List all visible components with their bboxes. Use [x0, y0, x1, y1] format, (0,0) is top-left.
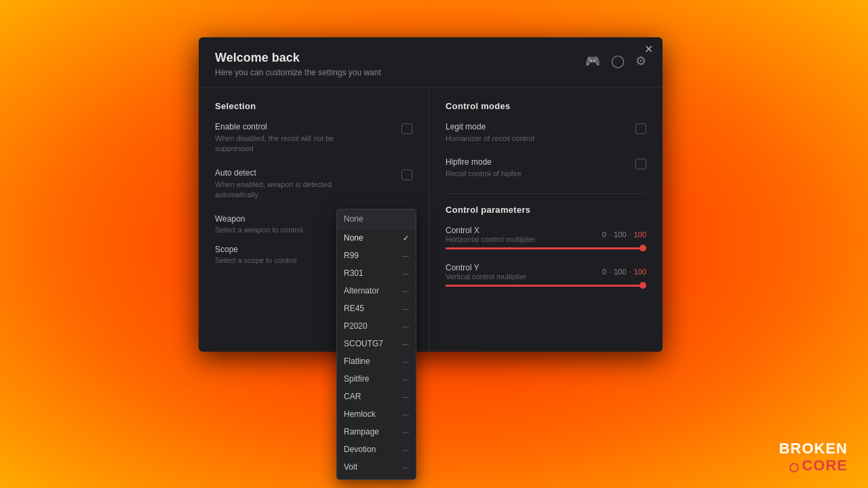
weapon-option-r301[interactable]: R301—	[337, 264, 416, 282]
control-y-label: Control Y	[446, 263, 526, 272]
legit-mode-checkbox[interactable]	[635, 123, 646, 134]
hipfire-mode-desc: Recoil control of hipfire	[446, 169, 521, 179]
control-y-fill	[446, 285, 646, 287]
weapon-option-label: R301	[344, 268, 363, 278]
weapon-option-re45[interactable]: RE45—	[337, 300, 416, 317]
control-x-fill	[446, 247, 646, 249]
control-y-slider[interactable]	[446, 285, 646, 287]
weapon-icon: —	[402, 323, 409, 330]
gamepad-icon[interactable]: 🎮	[585, 54, 600, 68]
weapon-option-label: Rampage	[344, 427, 379, 436]
control-y-param: Control Y Vertical control multiplier 0 …	[446, 263, 646, 287]
weapon-option-label: Spitfire	[344, 374, 369, 384]
weapon-icon: —	[402, 305, 409, 312]
weapon-option-label: None	[344, 233, 363, 243]
weapon-option-havoc[interactable]: Havoc—	[337, 476, 416, 480]
enable-control-row: Enable control When disabled, the recoil…	[215, 122, 412, 155]
weapon-option-spitfire[interactable]: Spitfire—	[337, 370, 416, 388]
weapon-option-flatline[interactable]: Flatline—	[337, 352, 416, 370]
modal-title: Welcome back	[215, 51, 381, 65]
brand-watermark: BROKEN CORE	[779, 441, 848, 474]
modal-header-icons: 🎮 ◯ ⚙	[585, 54, 646, 68]
enable-control-label: Enable control	[215, 122, 364, 131]
weapon-option-none[interactable]: None✓	[337, 229, 416, 247]
control-x-header: Control X Horizontal control multiplier …	[446, 226, 646, 243]
control-x-info: Control X Horizontal control multiplier	[446, 226, 536, 243]
weapon-option-hemlock[interactable]: Hemlock—	[337, 405, 416, 423]
weapon-option-label: CAR	[344, 392, 361, 401]
weapon-icon: —	[402, 252, 409, 260]
auto-detect-desc: When enabled, weapon is detected automat…	[215, 180, 364, 201]
auto-detect-label: Auto detect	[215, 168, 364, 178]
control-modes-title: Control modes	[446, 101, 646, 111]
hipfire-mode-info: Hipfire mode Recoil control of hipfire	[446, 157, 521, 179]
weapon-icon: —	[402, 375, 409, 383]
hipfire-mode-label: Hipfire mode	[446, 157, 521, 167]
weapon-option-devotion[interactable]: Devotion—	[337, 441, 416, 458]
weapon-option-label: SCOUTG7	[344, 339, 383, 348]
weapon-option-label: Hemlock	[344, 409, 376, 419]
control-y-mid: 100	[614, 268, 626, 276]
weapon-option-rampage[interactable]: Rampage—	[337, 423, 416, 441]
control-x-slider[interactable]	[446, 247, 646, 249]
modal-title-block: Welcome back Here you can customize the …	[215, 51, 381, 77]
weapon-icon: —	[402, 428, 409, 436]
weapon-option-alternator[interactable]: Alternator—	[337, 282, 416, 300]
weapon-option-label: Alternator	[344, 286, 379, 296]
control-x-label: Control X	[446, 226, 536, 235]
weapon-option-car[interactable]: CAR—	[337, 388, 416, 405]
modal-body: Selection Enable control When disabled, …	[199, 87, 663, 352]
legit-mode-info: Legit mode Humanizer of recoil control	[446, 122, 534, 144]
legit-mode-desc: Humanizer of recoil control	[446, 134, 534, 144]
control-y-info: Control Y Vertical control multiplier	[446, 263, 526, 281]
weapon-option-volt[interactable]: Volt—	[337, 458, 416, 476]
hipfire-mode-checkbox[interactable]	[635, 159, 646, 169]
enable-control-info: Enable control When disabled, the recoil…	[215, 122, 364, 155]
weapon-option-label: Flatline	[344, 357, 370, 366]
weapon-icon: —	[402, 358, 409, 365]
weapon-icon: —	[402, 464, 409, 471]
hipfire-mode-row: Hipfire mode Recoil control of hipfire	[446, 157, 646, 179]
auto-detect-row: Auto detect When enabled, weapon is dete…	[215, 168, 412, 201]
weapon-option-label: RE45	[344, 304, 364, 313]
weapon-icon: —	[402, 287, 409, 295]
weapon-icon: —	[402, 340, 409, 348]
enable-control-checkbox[interactable]	[401, 123, 412, 134]
control-x-param: Control X Horizontal control multiplier …	[446, 226, 646, 249]
brand-line2: CORE	[779, 457, 848, 474]
check-icon: ✓	[403, 234, 409, 243]
weapon-dropdown-menu[interactable]: None None✓R99—R301—Alternator—RE45—P2020…	[336, 209, 416, 480]
weapon-option-r99[interactable]: R99—	[337, 247, 416, 264]
control-y-values: 0 · 100 · 100	[602, 268, 646, 276]
control-x-values: 0 · 100 · 100	[602, 230, 646, 239]
weapon-option-label: Volt	[344, 462, 357, 472]
control-x-mid: 100	[614, 230, 626, 239]
control-y-thumb[interactable]	[639, 282, 646, 289]
legit-mode-label: Legit mode	[446, 122, 534, 131]
close-button[interactable]: ✕	[644, 44, 653, 55]
gear-icon[interactable]: ⚙	[635, 54, 646, 68]
dropdown-header: None	[337, 209, 416, 229]
control-y-header: Control Y Vertical control multiplier 0 …	[446, 263, 646, 281]
weapon-option-p2020[interactable]: P2020—	[337, 317, 416, 335]
legit-mode-row: Legit mode Humanizer of recoil control	[446, 122, 646, 144]
weapon-option-label: Devotion	[344, 445, 376, 454]
right-panel: Control modes Legit mode Humanizer of re…	[429, 87, 663, 352]
weapon-option-scoutg7[interactable]: SCOUTG7—	[337, 335, 416, 352]
divider	[446, 193, 646, 194]
weapon-icon: —	[402, 393, 409, 401]
modal-subtitle: Here you can customize the settings you …	[215, 68, 381, 77]
auto-detect-checkbox[interactable]	[401, 169, 412, 180]
weapon-option-label: P2020	[344, 321, 368, 331]
weapon-option-label: R99	[344, 251, 359, 260]
control-x-dash: ·	[609, 230, 611, 239]
control-x-max: 100	[634, 230, 646, 239]
brand-line1: BROKEN	[779, 441, 848, 457]
control-y-max: 100	[634, 268, 646, 276]
circle-icon[interactable]: ◯	[611, 54, 625, 68]
brand-circle-icon	[789, 463, 799, 472]
auto-detect-info: Auto detect When enabled, weapon is dete…	[215, 168, 364, 201]
weapon-icon: —	[402, 270, 409, 277]
control-x-thumb[interactable]	[639, 245, 646, 251]
enable-control-desc: When disabled, the recoil will not be su…	[215, 134, 364, 155]
